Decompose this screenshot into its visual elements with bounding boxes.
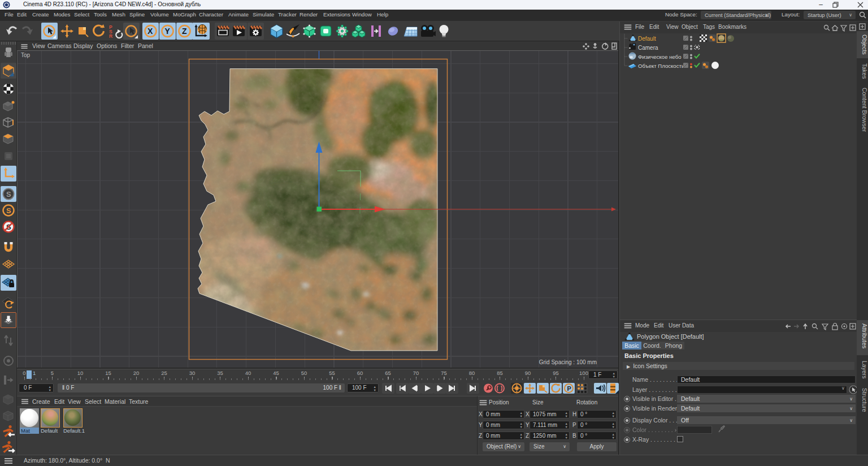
svg-text:Camera: Camera [638, 45, 658, 51]
svg-text:Grid Spacing : 100 mm: Grid Spacing : 100 mm [539, 359, 597, 365]
svg-text:Объект Плоскость: Объект Плоскость [638, 63, 684, 69]
svg-text:S: S [6, 206, 11, 215]
svg-text:S: S [6, 190, 11, 199]
svg-text:Z: Z [182, 27, 187, 36]
svg-text:Y: Y [165, 27, 171, 36]
svg-text:Default: Default [638, 36, 656, 42]
svg-text:R: R [109, 33, 112, 39]
svg-text:Top: Top [21, 52, 31, 58]
svg-text:Физическое небо: Физическое небо [638, 54, 682, 60]
svg-text:P: P [567, 385, 571, 392]
svg-text:X: X [147, 27, 153, 36]
